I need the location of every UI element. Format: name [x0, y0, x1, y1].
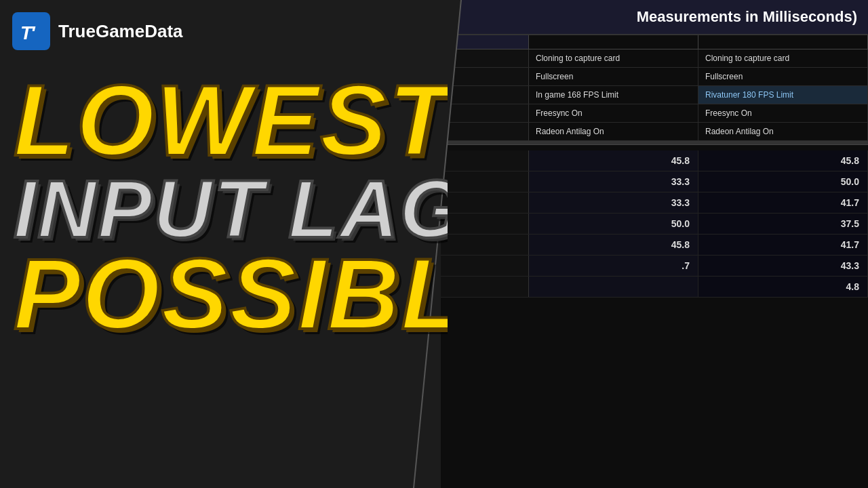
col-header-0	[441, 35, 529, 49]
data-val-5-1: .7	[529, 256, 698, 276]
data-label-2	[441, 192, 529, 213]
col-header-1	[529, 35, 698, 49]
data-label-0	[441, 150, 529, 171]
data-val-0-1: 45.8	[529, 150, 698, 171]
config-val-4-2: Radeon Antilag On	[698, 123, 868, 140]
config-val-4-1: Radeon Antilag On	[529, 123, 698, 140]
config-val-1-2: Fullscreen	[698, 68, 868, 85]
data-val-0-2: 45.8	[698, 150, 868, 171]
config-row-1: Fullscreen Fullscreen	[441, 68, 868, 86]
data-val-6-2: 4.8	[698, 277, 868, 297]
config-val-0-2: Cloning to capture card	[698, 49, 868, 67]
data-row-0: 45.8 45.8	[441, 150, 868, 171]
svg-text:T': T'	[20, 22, 36, 43]
left-panel: T' TrueGameData LOWEST INPUT LAG POSSIBL…	[0, 0, 448, 488]
data-row-6: 4.8	[441, 277, 868, 298]
data-section: 45.8 45.8 33.3 50.0 33.3 41.7 50.0 37.5 …	[441, 150, 868, 298]
data-val-5-2: 43.3	[698, 256, 868, 276]
brand-name: TrueGameData	[58, 21, 183, 42]
config-val-3-2: Freesync On	[698, 104, 868, 122]
data-row-3: 50.0 37.5	[441, 214, 868, 235]
config-val-0-1: Cloning to capture card	[529, 49, 698, 67]
title-area: LOWEST INPUT LAG POSSIBLE!	[14, 68, 448, 347]
config-label-1	[441, 68, 529, 85]
data-val-4-1: 45.8	[529, 235, 698, 255]
data-val-2-1: 33.3	[529, 192, 698, 213]
data-row-1: 33.3 50.0	[441, 171, 868, 192]
config-section: Cloning to capture card Cloning to captu…	[441, 49, 868, 141]
data-val-1-2: 50.0	[698, 171, 868, 192]
data-row-5: .7 43.3	[441, 256, 868, 277]
data-label-1	[441, 171, 529, 192]
config-label-4	[441, 123, 529, 140]
right-panel: Measurements in Milliseconds) Cloning to…	[441, 0, 868, 488]
config-row-2: In game 168 FPS Limit Rivatuner 180 FPS …	[441, 86, 868, 104]
config-val-1-1: Fullscreen	[529, 68, 698, 85]
data-label-6	[441, 277, 529, 297]
data-val-3-2: 37.5	[698, 214, 868, 234]
data-val-2-2: 41.7	[698, 192, 868, 213]
config-label-2	[441, 86, 529, 104]
column-headers	[441, 35, 868, 49]
config-val-3-1: Freesync On	[529, 104, 698, 122]
data-val-3-1: 50.0	[529, 214, 698, 234]
config-label-3	[441, 104, 529, 122]
data-val-4-2: 41.7	[698, 235, 868, 255]
config-row-4: Radeon Antilag On Radeon Antilag On	[441, 123, 868, 141]
logo-area: T' TrueGameData	[12, 12, 183, 50]
data-row-4: 45.8 41.7	[441, 235, 868, 256]
title-line-3: POSSIBLE!	[14, 241, 448, 346]
logo-icon: T'	[12, 12, 50, 50]
config-label-0	[441, 49, 529, 67]
table-header-text: Measurements in Milliseconds)	[637, 8, 857, 25]
config-val-2-2: Rivatuner 180 FPS Limit	[698, 86, 868, 104]
table-header: Measurements in Milliseconds)	[441, 0, 868, 35]
data-row-2: 33.3 41.7	[441, 192, 868, 214]
col-header-2	[698, 35, 868, 49]
config-val-2-1: In game 168 FPS Limit	[529, 86, 698, 104]
data-label-5	[441, 256, 529, 276]
data-val-1-1: 33.3	[529, 171, 698, 192]
data-val-6-1	[529, 277, 698, 297]
config-row-3: Freesync On Freesync On	[441, 104, 868, 123]
data-label-3	[441, 214, 529, 234]
config-row-0: Cloning to capture card Cloning to captu…	[441, 49, 868, 68]
data-label-4	[441, 235, 529, 255]
separator-row	[441, 141, 868, 145]
title-line-1: LOWEST	[14, 68, 448, 173]
